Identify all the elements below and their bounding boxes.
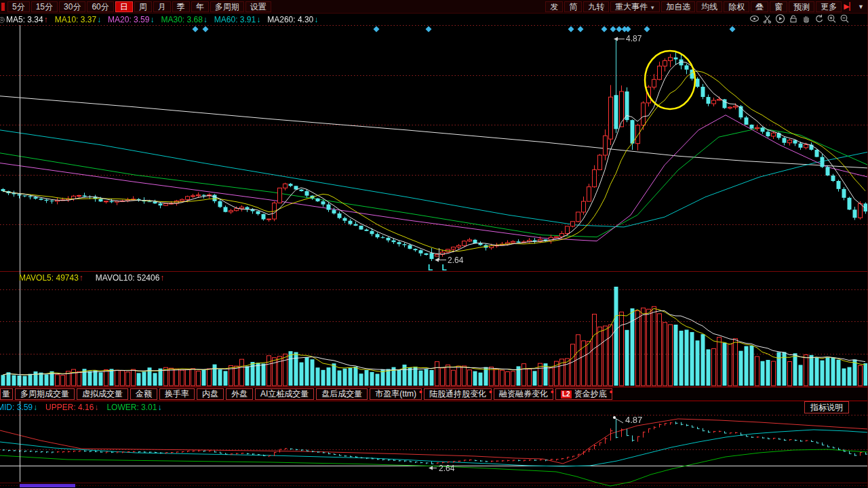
eye-icon[interactable] xyxy=(749,14,760,24)
lock-icon[interactable] xyxy=(788,14,798,24)
trend-arrow-icon: ↓ xyxy=(157,403,161,412)
period-button-4[interactable]: 日 xyxy=(115,1,133,12)
window-edge-mark xyxy=(1,3,5,11)
next-page-icon[interactable]: ▶▏ xyxy=(844,2,855,11)
period-button-7[interactable]: 季 xyxy=(172,1,190,12)
boll-high-label: 4.87 xyxy=(625,415,642,425)
indicator-icon: ◎ xyxy=(0,15,6,24)
period-button-9[interactable]: 多周期 xyxy=(210,1,244,12)
function-toolbar: 发简九转重大事件▼加自选均线除权叠窗预测更多▶▏▼ xyxy=(545,0,868,13)
top-toolbar: 5分15分30分60分日周月季年多周期设置 发简九转重大事件▼加自选均线除权叠窗… xyxy=(0,0,868,14)
tab-12[interactable]: L2资金抄底● xyxy=(555,388,612,400)
stock-chart-app: 5分15分30分60分日周月季年多周期设置 发简九转重大事件▼加自选均线除权叠窗… xyxy=(0,0,868,488)
period-button-3[interactable]: 60分 xyxy=(87,1,113,12)
ma-indicator-0: MA5: 3.34↑ xyxy=(6,15,48,24)
trend-arrow-icon: ↓ xyxy=(150,15,154,24)
boll-indicator-row: MID: 3.59↓UPPER: 4.16↓LOWER: 3.01↓ xyxy=(0,401,868,413)
tab-4[interactable]: 换手率 xyxy=(159,388,195,400)
zoom-in-icon[interactable] xyxy=(827,14,837,24)
period-button-5[interactable]: 周 xyxy=(134,1,152,12)
ma-indicator-1: MA10: 3.37↓ xyxy=(55,15,101,24)
volume-chart-region[interactable] xyxy=(0,285,868,387)
toolbar-button-7[interactable]: 叠 xyxy=(751,1,768,12)
toolbar-button-3[interactable]: 重大事件▼ xyxy=(610,1,660,12)
toolbar-button-8[interactable]: 窗 xyxy=(770,1,787,12)
undo-icon[interactable] xyxy=(814,14,824,24)
trend-arrow-icon: ↓ xyxy=(33,403,37,412)
trend-arrow-icon: ↑ xyxy=(44,15,48,24)
l2-badge: L2 xyxy=(561,390,572,399)
toolbar-button-6[interactable]: 除权 xyxy=(724,1,749,12)
ma-values: MA5: 3.34↑MA10: 3.37↓MA20: 3.59↓MA30: 3.… xyxy=(6,15,325,24)
period-toolbar: 5分15分30分60分日周月季年多周期设置 xyxy=(0,0,272,13)
new-dot-icon: ● xyxy=(419,387,422,397)
boll-chart-region[interactable] xyxy=(0,415,868,483)
toolbar-button-9[interactable]: 预测 xyxy=(789,1,814,12)
ma-indicator-5: MA260: 4.30↓ xyxy=(267,15,318,24)
ma-indicator-2: MA20: 3.59↓ xyxy=(108,15,154,24)
tab-2[interactable]: 虚拟成交量 xyxy=(77,388,128,400)
zoom-out-icon[interactable] xyxy=(840,14,850,24)
mavol-indicator-row: MAVOL5: 49743↑MAVOL10: 52406↑ xyxy=(19,273,164,283)
new-dot-icon: ● xyxy=(551,387,554,397)
limit-down-marks: L L xyxy=(428,263,450,272)
play-icon[interactable] xyxy=(775,14,785,24)
mavol-indicator-0: MAVOL5: 49743↑ xyxy=(19,273,83,283)
ma-indicator-row: ◎ MA5: 3.34↑MA10: 3.37↓MA20: 3.59↓MA30: … xyxy=(0,14,868,24)
ma-indicator-4: MA60: 3.91↓ xyxy=(214,15,260,24)
toolbar-button-2[interactable]: 九转 xyxy=(583,1,609,12)
new-dot-icon: ● xyxy=(609,387,612,397)
period-button-8[interactable]: 年 xyxy=(191,1,209,12)
boll-indicator-1: UPPER: 4.16↓ xyxy=(45,403,98,412)
caret-down-icon: ▼ xyxy=(650,5,655,11)
trend-arrow-icon: ↑ xyxy=(79,273,83,283)
tab-11[interactable]: 融资融券变化● xyxy=(494,388,553,400)
trend-arrow-icon: ↑ xyxy=(160,273,164,283)
hand-icon[interactable] xyxy=(801,14,811,24)
tab-7[interactable]: AI立桩成交量 xyxy=(255,388,314,400)
period-button-1[interactable]: 15分 xyxy=(31,1,58,12)
main-price-chart-region[interactable] xyxy=(0,24,868,272)
period-button-6[interactable]: 月 xyxy=(153,1,171,12)
period-button-10[interactable]: 设置 xyxy=(245,1,271,12)
dropdown-caret-icon[interactable]: ▼ xyxy=(858,3,864,10)
trend-arrow-icon: ↓ xyxy=(97,15,101,24)
tab-5[interactable]: 内盘 xyxy=(197,388,224,400)
period-button-2[interactable]: 30分 xyxy=(59,1,85,12)
bottom-scrollbar-thumb[interactable] xyxy=(20,484,75,487)
volume-indicator-tabs: 量多周期成交量虚拟成交量金额换手率内盘外盘AI立桩成交量盘后成交量市盈率(ttm… xyxy=(0,387,868,401)
tab-3[interactable]: 金额 xyxy=(130,388,157,400)
ma-indicator-3: MA30: 3.68↓ xyxy=(161,15,207,24)
toolbar-button-1[interactable]: 简 xyxy=(564,1,582,12)
tab-8[interactable]: 盘后成交量 xyxy=(316,388,368,400)
new-dot-icon: ● xyxy=(489,387,492,397)
scissors-icon[interactable] xyxy=(762,14,772,24)
period-button-0[interactable]: 5分 xyxy=(7,1,30,12)
boll-low-label: 2.64 xyxy=(439,464,454,473)
trend-arrow-icon: ↓ xyxy=(94,403,98,412)
boll-indicator-0: MID: 3.59↓ xyxy=(0,403,37,412)
toolbar-button-4[interactable]: 加自选 xyxy=(661,1,695,12)
toolbar-button-0[interactable]: 发 xyxy=(545,1,563,12)
trend-arrow-icon: ↓ xyxy=(314,15,318,24)
boll-indicator-2: LOWER: 3.01↓ xyxy=(106,403,161,412)
chart-tool-icons xyxy=(749,14,850,24)
toolbar-button-5[interactable]: 均线 xyxy=(696,1,722,12)
tab-9[interactable]: 市盈率(ttm)● xyxy=(370,388,422,400)
tab-6[interactable]: 外盘 xyxy=(226,388,253,400)
indicator-help-button[interactable]: 指标说明 xyxy=(804,401,849,413)
price-high-label: 4.87 xyxy=(626,34,642,43)
toolbar-button-10[interactable]: 更多 xyxy=(816,1,842,12)
trend-arrow-icon: ↓ xyxy=(203,15,208,24)
tab-1[interactable]: 多周期成交量 xyxy=(15,388,75,400)
trend-arrow-icon: ↓ xyxy=(256,15,260,24)
mavol-indicator-1: MAVOL10: 52406↑ xyxy=(96,273,165,283)
tab-0[interactable]: 量 xyxy=(0,388,13,400)
tab-10[interactable]: 陆股通持股变化● xyxy=(424,388,492,400)
